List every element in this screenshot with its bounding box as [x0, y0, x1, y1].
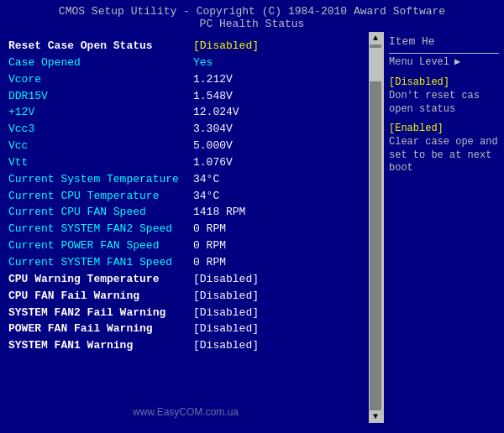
row-label: DDR15V [8, 89, 193, 105]
table-row: +12V12.024V [8, 105, 369, 121]
row-value[interactable]: [Disabled] [193, 272, 259, 288]
table-row: Vcore1.212V [8, 72, 369, 88]
row-label: Current CPU Temperature [8, 189, 193, 205]
header-line2: PC Health Status [0, 18, 504, 30]
row-value: Yes [193, 55, 213, 71]
table-row: Vcc5.000V [8, 138, 369, 154]
table-row: DDR15V1.548V [8, 89, 369, 105]
table-row: Vcc33.304V [8, 122, 369, 138]
row-value: 1.076V [193, 155, 233, 171]
row-value: 0 RPM [193, 255, 226, 271]
table-row: Current SYSTEM FAN2 Speed0 RPM [8, 222, 369, 237]
row-value: 1.548V [193, 89, 233, 105]
row-value: 12.024V [193, 105, 239, 121]
header-line1: CMOS Setup Utility - Copyright (C) 1984-… [0, 5, 504, 18]
row-label: Current System Temperature [8, 172, 193, 188]
row-value: 3.304V [193, 122, 233, 138]
right-option-desc: Don't reset cas open status [389, 90, 499, 116]
table-row: Current SYSTEM FAN1 Speed0 RPM [8, 255, 369, 271]
right-option-item: [Enabled]Clear case ope and set to be at… [389, 123, 499, 175]
scrollbar-thumb[interactable] [370, 48, 381, 81]
right-option-item: [Disabled]Don't reset cas open status [389, 76, 499, 116]
left-panel: Reset Case Open Status[Disabled]Case Ope… [0, 32, 369, 423]
right-panel: Item He Menu Level ▶ [Disabled]Don't res… [382, 32, 504, 423]
scroll-up-arrow[interactable]: ▲ [373, 34, 378, 43]
right-panel-divider [389, 53, 499, 54]
row-label: Current POWER FAN Speed [8, 238, 193, 254]
row-label: Vcc3 [8, 122, 193, 138]
row-value[interactable]: [Disabled] [193, 338, 259, 354]
watermark: www.EasyCOM.com.ua [133, 406, 239, 418]
right-option-label: [Enabled] [389, 123, 499, 134]
table-row: CPU Warning Temperature[Disabled] [8, 272, 369, 288]
row-label: Current SYSTEM FAN2 Speed [8, 222, 193, 237]
row-value: 34°C [193, 172, 219, 188]
table-row: SYSTEM FAN2 Fail Warning[Disabled] [8, 305, 369, 321]
row-value: 0 RPM [193, 222, 226, 237]
table-row: Current System Temperature34°C [8, 172, 369, 188]
right-panel-title: Item He [389, 35, 499, 48]
row-value: 0 RPM [193, 238, 226, 254]
row-value[interactable]: [Disabled] [193, 305, 259, 321]
row-label: Case Opened [8, 55, 193, 71]
row-value: 34°C [193, 189, 219, 205]
menu-level-arrow: ▶ [454, 55, 460, 68]
table-row: Current CPU FAN Speed1418 RPM [8, 205, 369, 221]
menu-level-label: Menu Level [389, 56, 449, 68]
row-label: SYSTEM FAN1 Warning [8, 338, 193, 354]
table-row: Reset Case Open Status[Disabled] [8, 39, 369, 55]
table-row: SYSTEM FAN1 Warning[Disabled] [8, 338, 369, 354]
scrollbar-track [370, 44, 381, 410]
right-option-label: [Disabled] [389, 76, 499, 88]
row-label: POWER FAN Fail Warning [8, 321, 193, 337]
right-option-desc: Clear case ope and set to be at next boo… [389, 136, 499, 175]
screen: CMOS Setup Utility - Copyright (C) 1984-… [0, 0, 504, 433]
row-label: Vtt [8, 155, 193, 171]
menu-level-row: Menu Level ▶ [389, 55, 499, 68]
table-row: Case OpenedYes [8, 55, 369, 71]
row-value: 1.212V [193, 72, 233, 88]
row-label: Vcc [8, 138, 193, 154]
scroll-down-arrow[interactable]: ▼ [373, 412, 378, 421]
table-row: POWER FAN Fail Warning[Disabled] [8, 321, 369, 337]
row-value[interactable]: [Disabled] [193, 321, 259, 337]
row-label: +12V [8, 105, 193, 121]
table-row: Current CPU Temperature34°C [8, 189, 369, 205]
row-label: Current SYSTEM FAN1 Speed [8, 255, 193, 271]
row-value: 5.000V [193, 138, 233, 154]
row-label: SYSTEM FAN2 Fail Warning [8, 305, 193, 321]
row-label: CPU Warning Temperature [8, 272, 193, 288]
scrollbar[interactable]: ▲ ▼ [369, 32, 382, 423]
table-row: Vtt1.076V [8, 155, 369, 171]
row-label: Reset Case Open Status [8, 39, 193, 55]
row-value[interactable]: [Disabled] [193, 289, 259, 305]
row-value[interactable]: [Disabled] [193, 39, 259, 55]
table-row: CPU FAN Fail Warning[Disabled] [8, 289, 369, 305]
row-value: 1418 RPM [193, 205, 245, 221]
row-label: CPU FAN Fail Warning [8, 289, 193, 305]
table-row: Current POWER FAN Speed0 RPM [8, 238, 369, 254]
row-label: Current CPU FAN Speed [8, 205, 193, 221]
row-label: Vcore [8, 72, 193, 88]
header: CMOS Setup Utility - Copyright (C) 1984-… [0, 0, 504, 32]
main-area: Reset Case Open Status[Disabled]Case Ope… [0, 32, 504, 423]
